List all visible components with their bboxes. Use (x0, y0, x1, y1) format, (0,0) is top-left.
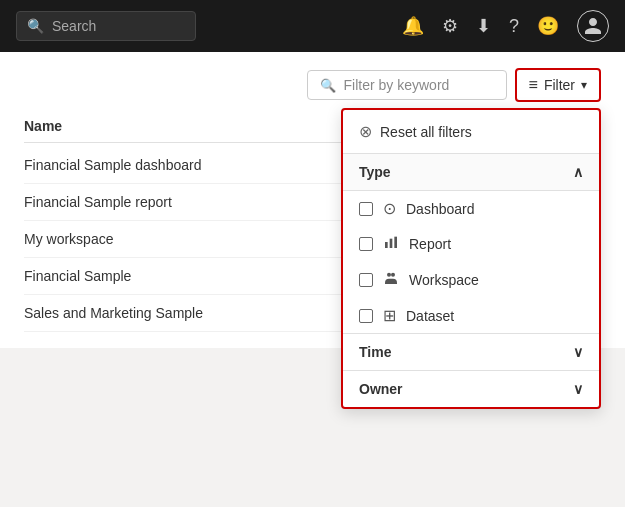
filter-lines-icon: ≡ (529, 76, 538, 94)
search-icon: 🔍 (27, 18, 44, 34)
report-icon (383, 234, 399, 254)
topbar-icons: 🔔 ⚙ ⬇ ? 🙂 (402, 10, 609, 42)
keyword-input[interactable] (344, 77, 494, 93)
dataset-checkbox[interactable] (359, 309, 373, 323)
reset-filters-label: Reset all filters (380, 124, 472, 140)
svg-rect-0 (385, 242, 388, 248)
dataset-icon: ⊞ (383, 306, 396, 325)
dashboard-checkbox[interactable] (359, 202, 373, 216)
owner-section-header[interactable]: Owner ∨ (343, 370, 599, 407)
type-section-label: Type (359, 164, 391, 180)
reset-icon: ⊗ (359, 122, 372, 141)
dashboard-filter-item[interactable]: ⊙ Dashboard (343, 191, 599, 226)
search-input[interactable] (52, 18, 172, 34)
filter-button-label: Filter (544, 77, 575, 93)
dataset-filter-item[interactable]: ⊞ Dataset (343, 298, 599, 333)
workspace-checkbox[interactable] (359, 273, 373, 287)
report-checkbox[interactable] (359, 237, 373, 251)
settings-icon[interactable]: ⚙ (442, 15, 458, 37)
bell-icon[interactable]: 🔔 (402, 15, 424, 37)
filter-bar: 🔍 ≡ Filter ▾ (24, 68, 601, 102)
download-icon[interactable]: ⬇ (476, 15, 491, 37)
avatar[interactable] (577, 10, 609, 42)
svg-rect-1 (390, 239, 393, 248)
owner-chevron-down-icon: ∨ (573, 381, 583, 397)
main-content: 🔍 ≡ Filter ▾ Name Ty Financial Sample da… (0, 52, 625, 348)
filter-search-icon: 🔍 (320, 78, 336, 93)
filter-dropdown-panel: ⊗ Reset all filters Type ∧ ⊙ Dashboard R… (341, 108, 601, 409)
report-filter-item[interactable]: Report (343, 226, 599, 262)
topbar: 🔍 🔔 ⚙ ⬇ ? 🙂 (0, 0, 625, 52)
help-icon[interactable]: ? (509, 16, 519, 37)
keyword-filter-input[interactable]: 🔍 (307, 70, 507, 100)
owner-section-label: Owner (359, 381, 403, 397)
time-section-header[interactable]: Time ∨ (343, 333, 599, 370)
workspace-filter-label: Workspace (409, 272, 479, 288)
svg-point-3 (387, 273, 391, 277)
dashboard-filter-label: Dashboard (406, 201, 475, 217)
type-chevron-up-icon: ∧ (573, 164, 583, 180)
search-box[interactable]: 🔍 (16, 11, 196, 41)
dataset-filter-label: Dataset (406, 308, 454, 324)
type-section-header[interactable]: Type ∧ (343, 154, 599, 191)
time-chevron-down-icon: ∨ (573, 344, 583, 360)
dashboard-icon: ⊙ (383, 199, 396, 218)
svg-rect-2 (394, 237, 397, 248)
filter-button[interactable]: ≡ Filter ▾ (515, 68, 601, 102)
time-section-label: Time (359, 344, 391, 360)
type-filter-section: Type ∧ ⊙ Dashboard Report Worksp (343, 154, 599, 333)
workspace-icon (383, 270, 399, 290)
emoji-icon[interactable]: 🙂 (537, 15, 559, 37)
svg-point-4 (391, 273, 395, 277)
workspace-filter-item[interactable]: Workspace (343, 262, 599, 298)
report-filter-label: Report (409, 236, 451, 252)
reset-filters-button[interactable]: ⊗ Reset all filters (343, 110, 599, 154)
chevron-down-icon: ▾ (581, 78, 587, 92)
